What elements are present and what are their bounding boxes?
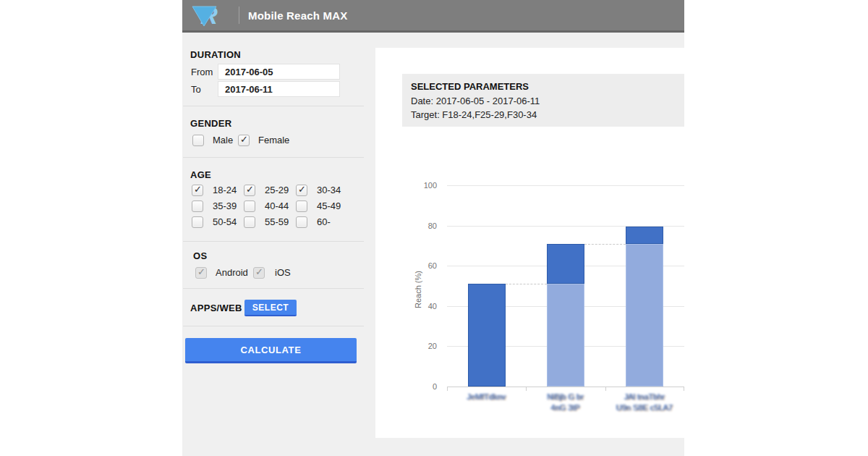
checkbox-age-60plus[interactable] xyxy=(296,216,307,228)
checkbox-label: 50-54 xyxy=(213,216,244,228)
checkbox-label-male: Male xyxy=(213,135,238,146)
selected-parameters-target: Target: F18-24,F25-29,F30-34 xyxy=(411,108,684,122)
apps-web-section-title: APPS/WEB xyxy=(190,303,244,313)
age-row-2: 35-39 40-44 45-49 xyxy=(192,200,348,212)
x-category-label-line: NiBjb G br xyxy=(548,392,584,402)
calculate-button[interactable]: CALCULATE xyxy=(185,338,357,363)
os-section-title: OS xyxy=(193,250,207,261)
checkbox-os-ios[interactable] xyxy=(253,267,265,279)
checkbox-age-45-49[interactable] xyxy=(296,200,307,212)
from-label: From xyxy=(191,67,218,77)
x-category-label: NiBjb G br4nG 3tP xyxy=(548,392,584,413)
section-divider xyxy=(183,106,364,106)
checkbox-age-50-54[interactable] xyxy=(192,216,203,228)
select-apps-button[interactable]: SELECT xyxy=(244,300,297,316)
waterfall-connector-line xyxy=(584,244,626,245)
section-divider xyxy=(183,288,364,289)
selected-parameters-date: Date: 2017-06-05 - 2017-06-11 xyxy=(411,94,684,108)
y-tick-label: 60 xyxy=(397,261,437,270)
bar-segment xyxy=(626,227,663,244)
y-tick-label: 80 xyxy=(397,221,437,230)
section-divider xyxy=(183,241,364,242)
checkbox-gender-male[interactable] xyxy=(192,135,204,146)
to-label: To xyxy=(191,84,218,95)
checkbox-os-android[interactable] xyxy=(195,267,207,279)
app-header: R Mobile Reach MAX xyxy=(182,0,684,33)
y-tick-label: 100 xyxy=(397,181,437,190)
gender-row: Male Female xyxy=(192,135,289,146)
checkbox-age-55-59[interactable] xyxy=(244,216,255,228)
x-category-label: JeMfTdknv xyxy=(467,392,506,402)
checkbox-age-40-44[interactable] xyxy=(244,200,255,212)
os-row: Android iOS xyxy=(195,267,291,279)
checkbox-label: 45-49 xyxy=(317,200,348,212)
checkbox-gender-female[interactable] xyxy=(238,135,250,146)
screenshot-stage: R Mobile Reach MAX DURATION From To GEND… xyxy=(0,0,868,456)
checkbox-label: 55-59 xyxy=(265,216,296,228)
y-tick-label: 40 xyxy=(397,302,437,311)
x-category-label: JAl tnaTbhrU9n S8E c5LA7 xyxy=(616,392,673,413)
age-section-title: AGE xyxy=(190,169,211,180)
x-category-label-line: 4nG 3tP xyxy=(548,402,584,413)
checkbox-label-ios: iOS xyxy=(275,267,291,279)
checkbox-age-30-34[interactable] xyxy=(296,185,307,196)
checkbox-label-android: Android xyxy=(216,267,253,279)
x-axis-line xyxy=(447,387,684,387)
checkbox-label: 18-24 xyxy=(213,185,244,196)
vr-logo-icon: R xyxy=(190,1,229,29)
x-axis-tick xyxy=(447,387,448,391)
checkbox-label-female: Female xyxy=(258,135,289,146)
checkbox-age-25-29[interactable] xyxy=(244,185,255,196)
x-axis-tick xyxy=(605,387,606,391)
x-axis-tick xyxy=(526,387,527,391)
date-to-input[interactable] xyxy=(218,81,340,97)
bar-segment xyxy=(626,244,663,387)
checkbox-label: 60- xyxy=(317,216,348,228)
waterfall-connector-line xyxy=(506,284,547,284)
y-tick-label: 20 xyxy=(397,342,437,350)
chart-plot-area xyxy=(447,185,684,387)
date-from-input[interactable] xyxy=(218,64,340,80)
bar-segment xyxy=(468,284,506,387)
x-axis-tick xyxy=(684,387,684,391)
selected-parameters-title: SELECTED PARAMETERS xyxy=(411,81,684,92)
y-axis-tick-labels: 020406080100 xyxy=(397,185,437,387)
gender-section-title: GENDER xyxy=(190,118,231,129)
duration-section-title: DURATION xyxy=(190,49,241,60)
checkbox-label: 25-29 xyxy=(265,185,296,196)
age-row-3: 50-54 55-59 60- xyxy=(192,216,348,228)
checkbox-label: 35-39 xyxy=(213,200,244,212)
selected-parameters-box: SELECTED PARAMETERS Date: 2017-06-05 - 2… xyxy=(402,74,684,127)
bar-segment xyxy=(547,284,584,387)
app-window: R Mobile Reach MAX DURATION From To GEND… xyxy=(182,0,684,456)
results-panel: SELECTED PARAMETERS Date: 2017-06-05 - 2… xyxy=(375,48,684,438)
section-divider xyxy=(183,157,364,158)
apps-web-row: APPS/WEB SELECT xyxy=(190,300,297,316)
checkbox-age-35-39[interactable] xyxy=(192,200,203,212)
bar-segment xyxy=(547,244,584,284)
age-row-1: 18-24 25-29 30-34 xyxy=(192,185,348,196)
header-divider xyxy=(239,7,239,24)
y-tick-label: 0 xyxy=(397,382,437,391)
x-category-label-line: U9n S8E c5LA7 xyxy=(616,402,673,413)
x-category-label-line: JeMfTdknv xyxy=(467,392,506,402)
checkbox-label: 30-34 xyxy=(317,185,348,196)
section-divider xyxy=(183,326,364,326)
checkbox-age-18-24[interactable] xyxy=(192,185,203,196)
checkbox-label: 40-44 xyxy=(265,200,296,212)
app-title: Mobile Reach MAX xyxy=(248,9,347,22)
duration-from-row: From xyxy=(191,64,340,80)
duration-to-row: To xyxy=(191,81,340,97)
x-axis-category-labels: JeMfTdknvNiBjb G br4nG 3tPJAl tnaTbhrU9n… xyxy=(447,392,684,421)
x-category-label-line: JAl tnaTbhr xyxy=(616,392,673,402)
grid-line xyxy=(447,185,684,186)
